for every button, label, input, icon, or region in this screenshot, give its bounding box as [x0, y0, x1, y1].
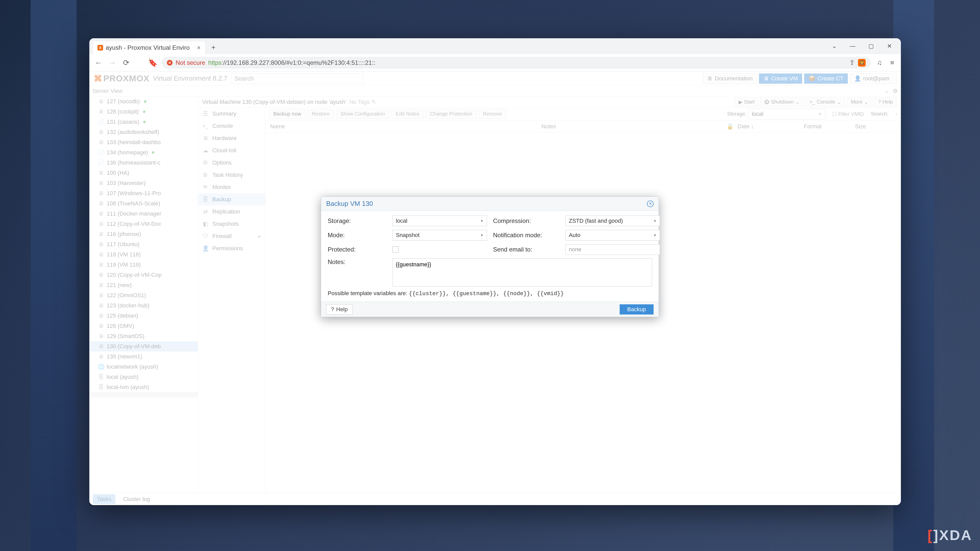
vmenu-item-backup[interactable]: 🗄Backup: [198, 193, 265, 206]
notification-field[interactable]: Auto▼: [566, 230, 660, 241]
server-view-selector[interactable]: Server View⌄⚙: [89, 86, 901, 97]
documentation-button[interactable]: 🗎Documentation: [703, 73, 757, 84]
tree-item[interactable]: 🖥122 (OmniOS1): [89, 290, 198, 300]
brave-shield-icon[interactable]: 🦁: [858, 59, 865, 67]
tree-scrollbar[interactable]: [89, 392, 198, 397]
protected-checkbox[interactable]: [393, 246, 399, 252]
vmenu-item-options[interactable]: ⚙Options: [198, 157, 265, 169]
tree-item[interactable]: 🖥126 (OMV): [89, 321, 198, 331]
user-menu-button[interactable]: 👤root@pam: [850, 73, 897, 84]
tree-item[interactable]: 🖥129 (SmartOS): [89, 331, 198, 341]
tree-item[interactable]: 🖥116 (pfsense): [89, 229, 198, 239]
vmenu-item-summary[interactable]: ☰Summary: [198, 108, 265, 120]
tree-item[interactable]: 🖥132 (audiobookshelf): [89, 127, 198, 137]
vmenu-item-firewall[interactable]: 🛡Firewall▸: [198, 230, 265, 242]
vmenu-item-cloud-init[interactable]: ☁Cloud-Init: [198, 144, 265, 157]
tree-item[interactable]: 🖥127 (nocodb): [89, 97, 198, 106]
tree-item-label: 134 (homepage): [107, 149, 148, 156]
tree-item[interactable]: 🖥130 (Copy-of-VM-deb: [89, 341, 198, 351]
tree-item[interactable]: 🌐localnetwork (ayush): [89, 362, 198, 372]
expand-icon[interactable]: ›: [896, 111, 897, 117]
tree-item[interactable]: 📄136 (homeassistant-c: [89, 158, 198, 168]
col-lock-icon[interactable]: 🔒: [722, 123, 738, 130]
dialog-close-button[interactable]: ✕: [647, 200, 654, 207]
storage-field[interactable]: local▼: [393, 216, 487, 226]
tree-item[interactable]: 🖥125 (debian): [89, 311, 198, 321]
reload-button[interactable]: ⟳: [121, 58, 130, 67]
minimize-icon[interactable]: ―: [850, 43, 856, 49]
close-icon[interactable]: ✕: [886, 43, 893, 49]
start-button[interactable]: ▶ Start: [735, 98, 759, 106]
create-vm-button[interactable]: 🖥Create VM: [759, 73, 802, 84]
col-date[interactable]: Date ↓: [738, 123, 804, 130]
menu-icon[interactable]: ≡: [888, 59, 896, 67]
tree-item[interactable]: 🖥121 (new): [89, 280, 198, 290]
col-size[interactable]: Size: [855, 123, 901, 130]
chevron-down-icon[interactable]: ⌄: [831, 43, 838, 49]
forward-button[interactable]: →: [108, 58, 117, 67]
tree-item[interactable]: 🖥133 (heimdall-dashbo: [89, 137, 198, 148]
email-field[interactable]: none: [566, 244, 660, 255]
dialog-backup-button[interactable]: Backup: [620, 304, 654, 314]
vmenu-item-permissions[interactable]: 👤Permissions: [198, 242, 265, 254]
show-config-button[interactable]: Show Configuration: [336, 110, 390, 119]
compression-field[interactable]: ZSTD (fast and good)▼: [566, 216, 660, 226]
help-button[interactable]: ? Help: [874, 98, 897, 106]
address-bar[interactable]: ✕ Not secure https ://192.168.29.227:800…: [162, 57, 871, 68]
dialog-help-button[interactable]: ?Help: [326, 304, 353, 314]
tree-item[interactable]: 🖥123 (docker-hub): [89, 300, 198, 311]
more-button[interactable]: More ⌄: [847, 98, 872, 106]
backup-now-button[interactable]: Backup now: [269, 110, 305, 119]
browser-tabstrip: X ayush - Proxmox Virtual Enviro × + ⌄ ―…: [89, 38, 901, 54]
edit-notes-button[interactable]: Edit Notes: [391, 110, 424, 119]
gear-icon[interactable]: ⚙: [893, 88, 898, 94]
vmenu-item-monitor[interactable]: 👁Monitor: [198, 181, 265, 193]
vmenu-item-hardware[interactable]: 🖥Hardware: [198, 132, 265, 144]
vmenu-item-console[interactable]: >_Console: [198, 120, 265, 132]
filter-vmid-checkbox[interactable]: ☐ Filter VMID: [832, 111, 864, 117]
tree-item[interactable]: 🖥118 (VM 118): [89, 249, 198, 260]
tab-close-icon[interactable]: ×: [197, 44, 200, 51]
console-button[interactable]: >_ Console ⌄: [805, 98, 845, 106]
tree-item[interactable]: 🗄local (ayush): [89, 372, 198, 382]
bookmark-icon[interactable]: 🔖: [148, 58, 157, 67]
vmenu-item-replication[interactable]: ⇄Replication: [198, 206, 265, 218]
create-ct-button[interactable]: 📦Create CT: [804, 73, 848, 84]
new-tab-button[interactable]: +: [211, 43, 215, 52]
storage-select[interactable]: local▼: [749, 109, 825, 119]
tasks-tab[interactable]: Tasks: [93, 494, 115, 504]
maximize-icon[interactable]: ▢: [868, 43, 874, 49]
no-tags-label[interactable]: No Tags ✎: [349, 99, 375, 105]
pve-search-input[interactable]: [231, 73, 364, 84]
tree-item[interactable]: 🖥119 (VM 119): [89, 260, 198, 270]
col-format[interactable]: Format: [804, 123, 855, 130]
browser-tab[interactable]: X ayush - Proxmox Virtual Enviro ×: [93, 41, 205, 54]
change-protection-button[interactable]: Change Protection: [426, 110, 477, 119]
cluster-log-tab[interactable]: Cluster log: [123, 496, 150, 503]
remove-button[interactable]: Remove: [479, 110, 506, 119]
tree-item[interactable]: 🖥120 (Copy-of-VM-Cop: [89, 270, 198, 280]
vmenu-item-task-history[interactable]: 🗎Task History: [198, 169, 265, 181]
back-button[interactable]: ←: [94, 58, 103, 67]
tree-item[interactable]: 📄131 (casaos): [89, 117, 198, 127]
vmenu-item-snapshots[interactable]: ◧Snapshots: [198, 218, 265, 230]
col-name[interactable]: Name: [266, 123, 541, 130]
share-icon[interactable]: ⇪: [850, 59, 855, 67]
mode-field[interactable]: Snapshot▼: [393, 230, 487, 241]
media-icon[interactable]: ♫: [875, 59, 883, 67]
tree-item[interactable]: 🖥100 (HA): [89, 168, 198, 178]
tree-item[interactable]: 🖥117 (Ubuntu): [89, 239, 198, 249]
tree-item[interactable]: 🗄local-lvm (ayush): [89, 382, 198, 392]
tree-item[interactable]: 🖥107 (Windows-11-Pro: [89, 188, 198, 198]
restore-button[interactable]: Restore: [307, 110, 334, 119]
tree-item[interactable]: 🖥135 (newvm1): [89, 351, 198, 362]
tree-item[interactable]: 🖥128 (cockpit): [89, 106, 198, 117]
tree-item[interactable]: 🖥111 (Docker-manager: [89, 209, 198, 219]
col-notes[interactable]: Notes: [541, 123, 722, 130]
tree-item[interactable]: 🖥103 (Harvester): [89, 178, 198, 188]
tree-item[interactable]: 🖥112 (Copy-of-VM-Doc: [89, 219, 198, 229]
shutdown-button[interactable]: ⏻ Shutdown ⌄: [760, 98, 803, 106]
tree-item[interactable]: 🖥108 (TrueNAS-Scale): [89, 198, 198, 209]
tree-item[interactable]: 📄134 (homepage): [89, 148, 198, 158]
notes-textarea[interactable]: [393, 259, 652, 286]
